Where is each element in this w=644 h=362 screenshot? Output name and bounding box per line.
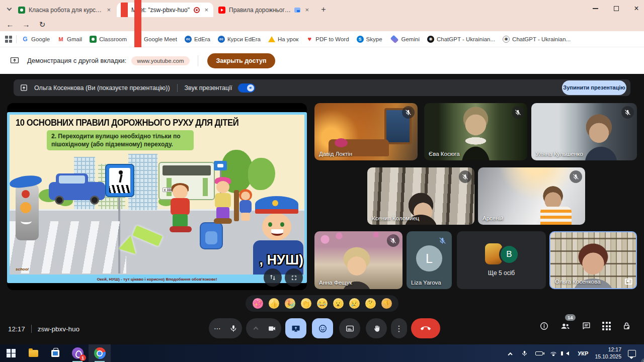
reactions-bar: 💖 👍 🎉 👏 😂 😮 😢 🤔 👎: [246, 295, 398, 312]
chatgpt-icon: ✳: [503, 36, 510, 43]
tab-title: Правила дорожнього рух: [229, 7, 291, 14]
file-explorer-button[interactable]: [22, 344, 44, 362]
reaction-tada[interactable]: 🎉: [285, 298, 295, 309]
stop-presentation-button[interactable]: Зупинити презентацію: [562, 80, 626, 95]
camera-icon: [264, 324, 280, 333]
bookmark-chatgpt-1[interactable]: ✳ChatGPT - Ukrainian...: [427, 36, 495, 43]
start-button[interactable]: [0, 344, 22, 362]
battery-icon[interactable]: [535, 349, 543, 357]
people-count-badge: 14: [565, 314, 576, 321]
participant-name: Ольга Косенкова: [555, 279, 601, 285]
back-button[interactable]: ←: [4, 19, 16, 31]
people-button[interactable]: 14: [560, 321, 571, 331]
reaction-laugh[interactable]: 😂: [317, 298, 328, 309]
reaction-clap[interactable]: 👏: [301, 298, 311, 309]
more-options-button[interactable]: ⋮: [391, 318, 407, 338]
tray-chevron-icon[interactable]: [506, 349, 514, 357]
reaction-cry[interactable]: 😢: [349, 298, 360, 309]
presentation-stage[interactable]: 10 ОСНОВНИХ ПРАВИЛ ДОРОЖНЬОГО РУХУ ДЛЯ Д…: [7, 103, 307, 290]
tab-youtube[interactable]: Правила дорожнього рух ×: [214, 3, 314, 17]
wifi-icon[interactable]: [550, 351, 557, 356]
bookmark-edera[interactable]: ecEdEra: [185, 36, 210, 43]
chrome-icon: [94, 347, 106, 359]
reaction-wow[interactable]: 😮: [333, 298, 344, 309]
end-call-button[interactable]: [411, 318, 440, 338]
reaction-thumbs-down[interactable]: 👎: [381, 298, 392, 309]
tab-search-chevron-icon[interactable]: [5, 5, 14, 14]
viber-button[interactable]: 1: [66, 344, 89, 362]
camera-button[interactable]: [246, 318, 281, 338]
presentation-audio-toggle[interactable]: [238, 83, 255, 93]
self-tile-olga[interactable]: Ольга Косенкова: [549, 231, 637, 289]
participant-tile-eva[interactable]: Єва Косюга: [424, 103, 527, 160]
slide-watermark: , НУШ): [260, 252, 303, 268]
participant-tile-david[interactable]: Давід Локтін: [314, 103, 418, 160]
reaction-thumbs-up[interactable]: 👍: [269, 298, 279, 309]
bookmark-google[interactable]: GGoogle: [22, 36, 50, 43]
participant-tile-ksenia[interactable]: Ксения Коломиец: [367, 167, 474, 225]
bookmark-gemini[interactable]: Gemini: [390, 36, 420, 43]
fullscreen-button[interactable]: [285, 268, 303, 287]
bookmark-pdf-to-word[interactable]: ♥PDF to Word: [306, 36, 349, 43]
activities-grid-button[interactable]: [602, 322, 611, 330]
apps-grid-icon[interactable]: [5, 36, 12, 43]
bookmarks-bar: GGoogle MGmail Classroom Google Meet ecE…: [0, 31, 644, 47]
windows-taskbar: 1 УКР 12:17 15.10.2025 3: [0, 344, 644, 362]
bookmark-gmail[interactable]: MGmail: [57, 36, 82, 43]
edera-icon: ec: [185, 36, 192, 43]
participant-tile-ulyana[interactable]: Уляна Кульшенко: [531, 103, 637, 160]
slide-caption: Окей, НУШ) - тут цікаво і корисно) Вподо…: [7, 277, 307, 282]
microsoft-store-button[interactable]: [44, 344, 66, 362]
bookmark-classroom[interactable]: Classroom: [90, 36, 127, 43]
info-button[interactable]: [539, 321, 549, 331]
participant-tile-liza[interactable]: L Liza Yarova: [407, 231, 452, 289]
present-screen-button[interactable]: [285, 318, 306, 338]
bookmark-na-urok[interactable]: На урок: [268, 36, 298, 42]
participant-tile-arseniy[interactable]: Арсеній: [478, 167, 585, 225]
chrome-button[interactable]: [89, 344, 111, 362]
crosswalk-sign: [105, 164, 134, 197]
tray-mic-icon[interactable]: [521, 349, 529, 357]
notifications-button[interactable]: 3: [628, 349, 636, 357]
window-minimize-button[interactable]: [587, 0, 604, 17]
host-controls-lock-button[interactable]: [622, 321, 631, 331]
raise-hand-button[interactable]: [366, 318, 387, 338]
reaction-heart[interactable]: 💖: [253, 298, 263, 309]
participant-name: Єва Косюга: [429, 151, 460, 157]
language-indicator[interactable]: УКР: [578, 350, 589, 356]
bookmark-kursy-edera[interactable]: ecКурси EdEra: [218, 36, 261, 43]
close-icon[interactable]: ×: [106, 6, 112, 14]
more-participants-tile[interactable]: B Ще 5 осіб: [457, 231, 546, 289]
mic-muted-icon: [512, 106, 524, 119]
tab-classroom[interactable]: Класна робота для курсу "5 кл ×: [14, 3, 116, 17]
screen: Класна робота для курсу "5 кл × Meet: "z…: [0, 0, 644, 362]
slide-illustration: с 338ус 77: [10, 154, 304, 275]
participant-name: Арсеній: [482, 215, 504, 221]
forward-button[interactable]: →: [20, 19, 32, 31]
camera-options-icon[interactable]: [248, 323, 264, 334]
reaction-think[interactable]: 🤔: [365, 298, 376, 309]
volume-icon[interactable]: [564, 349, 572, 357]
reactions-button[interactable]: [312, 318, 333, 338]
participant-tile-anna[interactable]: Анна Фещук: [314, 231, 403, 289]
traffic-light-character: school: [12, 176, 45, 275]
captions-button[interactable]: [339, 318, 360, 338]
bookmark-chatgpt-2[interactable]: ✳ChatGPT - Ukrainian...: [503, 36, 571, 43]
chat-button[interactable]: [582, 321, 591, 331]
new-tab-button[interactable]: +: [318, 4, 329, 15]
reload-button[interactable]: ↻: [36, 19, 48, 31]
close-icon[interactable]: ×: [203, 6, 209, 14]
mic-muted-icon: [387, 234, 399, 247]
mic-button[interactable]: ⋯: [209, 318, 242, 338]
mic-options-icon[interactable]: ⋯: [209, 324, 225, 332]
presenting-bar: Ольга Косенкова (Ви (показуєте презентац…: [14, 79, 630, 96]
bookmark-skype[interactable]: SSkype: [357, 36, 382, 43]
window-close-button[interactable]: ×: [628, 0, 644, 17]
window-maximize-button[interactable]: [608, 0, 625, 17]
stop-sharing-button[interactable]: Закрыть доступ: [207, 53, 276, 68]
screen-share-icon: [9, 56, 20, 65]
close-icon[interactable]: ×: [304, 6, 310, 14]
swap-tile-button[interactable]: [264, 268, 282, 287]
more-participants-label: Ще 5 осіб: [457, 269, 546, 277]
taskbar-clock[interactable]: 12:17 15.10.2025: [595, 346, 621, 359]
